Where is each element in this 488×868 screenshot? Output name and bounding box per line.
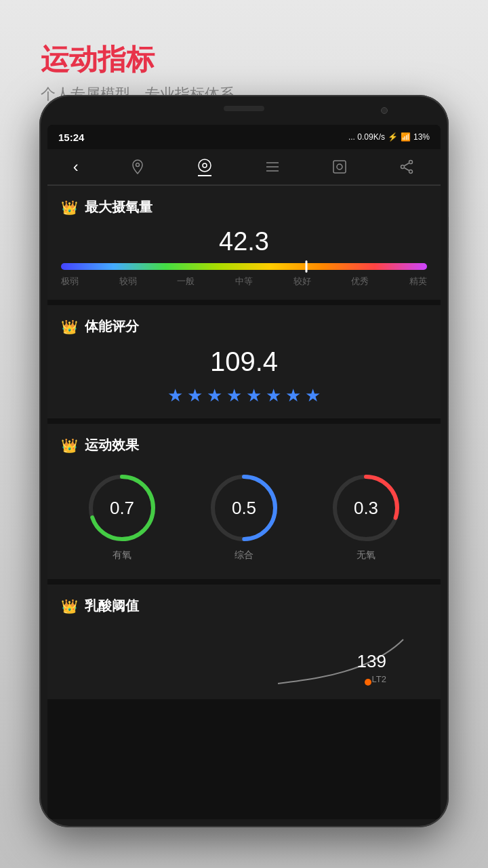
comprehensive-circle-item: 0.5 综合 bbox=[207, 471, 281, 561]
back-button[interactable]: ‹ bbox=[73, 157, 79, 176]
star-2: ★ bbox=[187, 385, 203, 406]
status-bar: 15:24 ... 0.09K/s ⚡ 📶 13% bbox=[47, 125, 441, 149]
scale-label-6: 优秀 bbox=[351, 275, 369, 288]
anaerobic-inner: 0.3 bbox=[354, 498, 378, 519]
battery-status: 13% bbox=[413, 132, 430, 142]
vo2max-bar-container bbox=[61, 263, 427, 270]
share-nav-icon[interactable] bbox=[399, 159, 415, 175]
scale-label-2: 较弱 bbox=[119, 275, 137, 288]
fitness-title: 体能评分 bbox=[85, 317, 139, 336]
star-6: ★ bbox=[266, 385, 281, 406]
svg-point-9 bbox=[401, 165, 405, 169]
lactate-dot bbox=[365, 679, 371, 686]
fitness-header: 👑 体能评分 bbox=[61, 317, 427, 336]
bluetooth-icon: ⚡ bbox=[388, 132, 398, 142]
scale-labels: 极弱 较弱 一般 中等 较好 优秀 精英 bbox=[61, 275, 427, 288]
phone-speaker bbox=[224, 106, 264, 111]
star-5: ★ bbox=[246, 385, 262, 406]
vo2max-section: 👑 最大摄氧量 42.3 极弱 较弱 一般 中等 较好 优秀 精英 bbox=[47, 186, 441, 300]
anaerobic-value: 0.3 bbox=[354, 498, 378, 519]
phone-screen: 15:24 ... 0.09K/s ⚡ 📶 13% ‹ bbox=[47, 125, 441, 819]
scale-label-1: 极弱 bbox=[61, 275, 79, 288]
lactate-section: 👑 乳酸阈值 139 LT2 bbox=[47, 585, 441, 699]
fitness-score-section: 👑 体能评分 109.4 ★ ★ ★ ★ ★ ★ ★ ★ bbox=[47, 305, 441, 418]
list-nav-icon[interactable] bbox=[264, 159, 281, 175]
page-title: 运动指标 bbox=[41, 41, 235, 79]
vo2max-value: 42.3 bbox=[61, 227, 427, 256]
scale-label-4: 中等 bbox=[235, 275, 253, 288]
svg-point-2 bbox=[203, 163, 207, 167]
effect-header: 👑 运动效果 bbox=[61, 436, 427, 454]
svg-point-10 bbox=[409, 170, 413, 174]
exercise-effect-section: 👑 运动效果 0.7 bbox=[47, 424, 441, 579]
search-nav-icon[interactable] bbox=[331, 159, 348, 175]
rainbow-bar bbox=[61, 263, 427, 270]
comprehensive-value: 0.5 bbox=[232, 498, 256, 519]
star-8: ★ bbox=[305, 385, 321, 406]
aerobic-circle-item: 0.7 有氧 bbox=[85, 471, 159, 561]
aerobic-inner: 0.7 bbox=[110, 498, 134, 519]
lactate-title: 乳酸阈值 bbox=[85, 597, 139, 615]
lactate-value: 139 bbox=[357, 651, 386, 672]
effect-title: 运动效果 bbox=[85, 436, 139, 454]
phone-side-button bbox=[448, 217, 449, 258]
network-status: ... 0.09K/s bbox=[348, 132, 385, 142]
comprehensive-gauge: 0.5 bbox=[207, 471, 281, 545]
lactate-header: 👑 乳酸阈值 bbox=[61, 597, 427, 615]
main-content[interactable]: 👑 最大摄氧量 42.3 极弱 较弱 一般 中等 较好 优秀 精英 bbox=[47, 186, 441, 819]
aerobic-value: 0.7 bbox=[110, 498, 134, 519]
rainbow-marker bbox=[305, 260, 307, 273]
wifi-icon: 📶 bbox=[401, 132, 411, 142]
anaerobic-label: 无氧 bbox=[357, 549, 375, 561]
scale-label-5: 较好 bbox=[293, 275, 311, 288]
star-4: ★ bbox=[226, 385, 242, 406]
status-right: ... 0.09K/s ⚡ 📶 13% bbox=[348, 132, 430, 142]
crown-icon-3: 👑 bbox=[61, 437, 78, 454]
effect-circles: 0.7 有氧 0.5 bbox=[61, 465, 427, 567]
star-3: ★ bbox=[207, 385, 222, 406]
svg-point-0 bbox=[136, 163, 139, 167]
nav-bar: ‹ bbox=[47, 149, 441, 186]
svg-rect-6 bbox=[333, 161, 346, 173]
star-1: ★ bbox=[167, 385, 183, 406]
vo2max-header: 👑 最大摄氧量 bbox=[61, 198, 427, 216]
map-nav-icon[interactable] bbox=[129, 159, 146, 175]
lactate-chart: 139 LT2 bbox=[61, 626, 427, 687]
vo2max-title: 最大摄氧量 bbox=[85, 198, 152, 216]
crown-icon-4: 👑 bbox=[61, 598, 78, 614]
svg-line-12 bbox=[405, 168, 409, 171]
lactate-sub-label: LT2 bbox=[372, 674, 386, 684]
anaerobic-circle-item: 0.3 无氧 bbox=[329, 471, 403, 561]
crown-icon-1: 👑 bbox=[61, 199, 78, 216]
phone-camera bbox=[381, 107, 388, 114]
aerobic-gauge: 0.7 bbox=[85, 471, 159, 545]
phone-frame: 15:24 ... 0.09K/s ⚡ 📶 13% ‹ bbox=[39, 95, 449, 827]
svg-point-1 bbox=[199, 159, 211, 172]
circle-nav-icon[interactable] bbox=[197, 157, 213, 176]
aerobic-label: 有氧 bbox=[113, 549, 131, 561]
svg-point-7 bbox=[337, 164, 342, 170]
svg-point-8 bbox=[409, 161, 413, 164]
comprehensive-inner: 0.5 bbox=[232, 498, 256, 519]
svg-line-11 bbox=[405, 163, 409, 166]
fitness-score-value: 109.4 bbox=[61, 347, 427, 377]
scale-label-3: 一般 bbox=[177, 275, 195, 288]
comprehensive-label: 综合 bbox=[235, 549, 253, 561]
crown-icon-2: 👑 bbox=[61, 319, 78, 335]
status-time: 15:24 bbox=[58, 132, 84, 143]
anaerobic-gauge: 0.3 bbox=[329, 471, 403, 545]
stars-row: ★ ★ ★ ★ ★ ★ ★ ★ bbox=[61, 385, 427, 406]
scale-label-7: 精英 bbox=[409, 275, 427, 288]
star-7: ★ bbox=[285, 385, 301, 406]
